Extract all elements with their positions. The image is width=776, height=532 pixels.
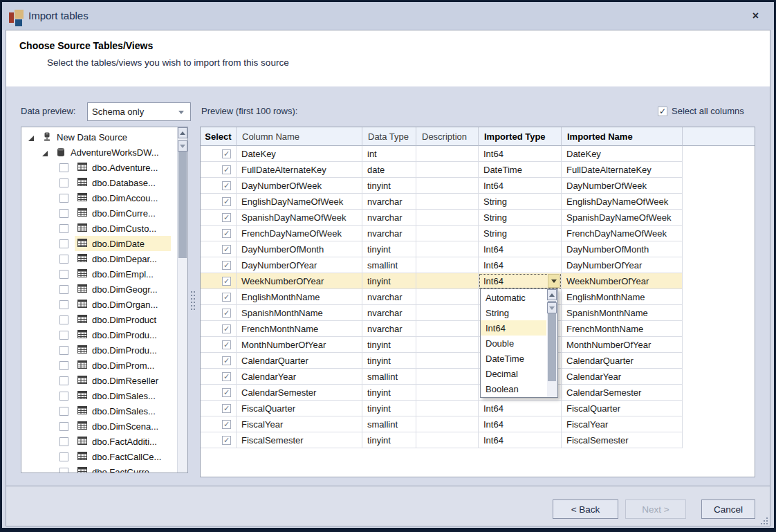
tree-item-checkbox[interactable] bbox=[59, 163, 68, 172]
row-checkbox[interactable]: ✓ bbox=[222, 388, 231, 397]
table-row[interactable]: ✓DayNumberOfMonthtinyintInt64DayNumberOf… bbox=[201, 241, 755, 257]
row-checkbox[interactable]: ✓ bbox=[222, 197, 231, 206]
dropdown-option[interactable]: Decimal bbox=[481, 366, 546, 381]
dropdown-option[interactable]: String bbox=[481, 305, 546, 320]
row-checkbox[interactable]: ✓ bbox=[222, 420, 231, 429]
imported-type-cell[interactable]: Int64 bbox=[479, 273, 562, 289]
back-button[interactable]: < Back bbox=[553, 499, 618, 519]
dropdown-option[interactable]: DateTime bbox=[481, 351, 546, 366]
tree-item[interactable]: dbo.DimSales... bbox=[21, 388, 177, 403]
tree-item[interactable]: dbo.DimGeogr... bbox=[21, 282, 177, 297]
data-preview-select[interactable]: Schema only bbox=[87, 102, 191, 121]
scroll-down-icon[interactable] bbox=[178, 140, 187, 152]
tree-item-checkbox[interactable] bbox=[59, 376, 68, 385]
expander-icon[interactable] bbox=[28, 134, 35, 140]
tree-item[interactable]: dbo.Database... bbox=[21, 175, 177, 190]
tree-item-checkbox[interactable] bbox=[59, 209, 68, 218]
table-row[interactable]: ✓DateKeyintInt64DateKey bbox=[201, 146, 755, 162]
tree-item[interactable]: dbo.DimProduct bbox=[21, 312, 177, 327]
resize-grip-icon[interactable] bbox=[759, 516, 768, 524]
close-icon[interactable]: × bbox=[752, 9, 759, 23]
table-row[interactable]: ✓EnglishDayNameOfWeeknvarcharStringEngli… bbox=[201, 194, 755, 210]
tree-item-checkbox[interactable] bbox=[59, 361, 68, 370]
row-checkbox[interactable]: ✓ bbox=[222, 149, 231, 158]
row-checkbox[interactable]: ✓ bbox=[222, 181, 231, 190]
tree-item-checkbox[interactable] bbox=[59, 315, 68, 324]
tree-item-checkbox[interactable] bbox=[59, 300, 68, 309]
combo-dropdown-button[interactable] bbox=[548, 274, 560, 288]
tree-scrollbar[interactable] bbox=[177, 127, 187, 473]
tree-item-checkbox[interactable] bbox=[59, 407, 68, 416]
tree-item-checkbox[interactable] bbox=[59, 239, 68, 248]
row-checkbox[interactable]: ✓ bbox=[222, 404, 231, 413]
table-row[interactable]: ✓CalendarSemestertinyintCalendarSemester bbox=[201, 385, 755, 401]
table-row[interactable]: ✓FiscalYearsmallintInt64FiscalYear bbox=[201, 416, 755, 432]
tree-item[interactable]: dbo.DimEmpl... bbox=[21, 266, 177, 282]
table-row[interactable]: ✓SpanishDayNameOfWeeknvarcharStringSpani… bbox=[201, 210, 755, 226]
tree-item-checkbox[interactable] bbox=[59, 270, 68, 279]
tree-item[interactable]: dbo.DimReseller bbox=[21, 373, 177, 388]
table-row[interactable]: ✓DayNumberOfYearsmallintInt64DayNumberOf… bbox=[201, 257, 755, 273]
tree-item-checkbox[interactable] bbox=[59, 452, 68, 461]
tree-item[interactable]: dbo.DimScena... bbox=[21, 419, 177, 434]
checkbox-icon[interactable]: ✓ bbox=[658, 107, 667, 116]
tree-scrollbar-thumb[interactable] bbox=[178, 140, 187, 258]
tree-item[interactable]: dbo.DimDate bbox=[21, 236, 177, 251]
table-row[interactable]: ✓FiscalSemestertinyintInt64FiscalSemeste… bbox=[201, 432, 755, 448]
tree-item[interactable]: dbo.DimSales... bbox=[21, 403, 177, 419]
row-checkbox[interactable]: ✓ bbox=[222, 293, 231, 302]
select-all-columns-checkbox[interactable]: ✓ Select all columns bbox=[658, 106, 744, 116]
tree-item[interactable]: dbo.FactAdditi... bbox=[21, 434, 177, 449]
table-row[interactable]: ✓CalendarYearsmallintCalendarYear bbox=[201, 369, 755, 385]
table-row[interactable]: ✓EnglishMonthNamenvarcharEnglishMonthNam… bbox=[201, 289, 755, 305]
table-row[interactable]: ✓WeekNumberOfYeartinyintInt64WeekNumberO… bbox=[201, 273, 755, 289]
table-row[interactable]: ✓DayNumberOfWeektinyintInt64DayNumberOfW… bbox=[201, 178, 755, 194]
scroll-up-icon[interactable] bbox=[547, 289, 557, 300]
row-checkbox[interactable]: ✓ bbox=[222, 261, 231, 270]
tree-item[interactable]: dbo.DimAccou... bbox=[21, 190, 177, 205]
tree-item-checkbox[interactable] bbox=[59, 178, 68, 187]
title-bar[interactable]: Import tables × bbox=[2, 2, 774, 30]
tree-item-checkbox[interactable] bbox=[59, 255, 68, 264]
tree-item-checkbox[interactable] bbox=[59, 437, 68, 446]
row-checkbox[interactable]: ✓ bbox=[222, 229, 231, 238]
tree-item[interactable]: dbo.FactCallCe... bbox=[21, 449, 177, 464]
tree-item[interactable]: dbo.DimProdu... bbox=[21, 342, 177, 358]
row-checkbox[interactable]: ✓ bbox=[222, 245, 231, 254]
dropdown-option[interactable]: Double bbox=[481, 336, 546, 351]
tree-item[interactable]: New Data Source bbox=[21, 129, 177, 145]
row-checkbox[interactable]: ✓ bbox=[222, 165, 231, 174]
table-row[interactable]: ✓CalendarQuartertinyintCalendarQuarter bbox=[201, 353, 755, 369]
tree-item[interactable]: dbo.DimOrgan... bbox=[21, 297, 177, 312]
tree-item[interactable]: dbo.DimCusto... bbox=[21, 221, 177, 236]
dropdown-option[interactable]: Automatic bbox=[481, 290, 546, 305]
table-row[interactable]: ✓FrenchMonthNamenvarcharFrenchMonthName bbox=[201, 321, 755, 337]
tree-item-checkbox[interactable] bbox=[59, 224, 68, 233]
scroll-down-icon[interactable] bbox=[547, 302, 557, 313]
tree-item-checkbox[interactable] bbox=[59, 346, 68, 355]
tree-item[interactable]: dbo.DimDepar... bbox=[21, 251, 177, 266]
tree-item[interactable]: dbo.FactCurre... bbox=[21, 464, 177, 473]
row-checkbox[interactable]: ✓ bbox=[222, 356, 231, 365]
dropdown-option[interactable]: Boolean bbox=[481, 381, 546, 396]
table-row[interactable]: ✓FrenchDayNameOfWeeknvarcharStringFrench… bbox=[201, 226, 755, 241]
tree-item-checkbox[interactable] bbox=[59, 285, 68, 294]
cancel-button[interactable]: Cancel bbox=[701, 499, 755, 519]
dropdown-scrollbar[interactable] bbox=[547, 289, 557, 397]
table-row[interactable]: ✓FiscalQuartertinyintInt64FiscalQuarter bbox=[201, 401, 755, 416]
row-checkbox[interactable]: ✓ bbox=[222, 436, 231, 445]
dropdown-option[interactable]: Int64 bbox=[481, 320, 546, 336]
row-checkbox[interactable]: ✓ bbox=[222, 277, 231, 286]
panel-splitter[interactable] bbox=[191, 291, 198, 313]
tree-item[interactable]: AdventureWorksDW... bbox=[21, 145, 177, 160]
tree-item-checkbox[interactable] bbox=[59, 392, 68, 401]
table-row[interactable]: ✓MonthNumberOfYeartinyintMonthNumberOfYe… bbox=[201, 337, 755, 353]
row-checkbox[interactable]: ✓ bbox=[222, 340, 231, 349]
tree-item[interactable]: dbo.Adventure... bbox=[21, 160, 177, 175]
tree-item-checkbox[interactable] bbox=[59, 422, 68, 431]
tree-item-checkbox[interactable] bbox=[59, 331, 68, 340]
tree-item-checkbox[interactable] bbox=[59, 468, 68, 474]
expander-icon[interactable] bbox=[41, 149, 48, 156]
row-checkbox[interactable]: ✓ bbox=[222, 372, 231, 381]
row-checkbox[interactable]: ✓ bbox=[222, 213, 231, 222]
